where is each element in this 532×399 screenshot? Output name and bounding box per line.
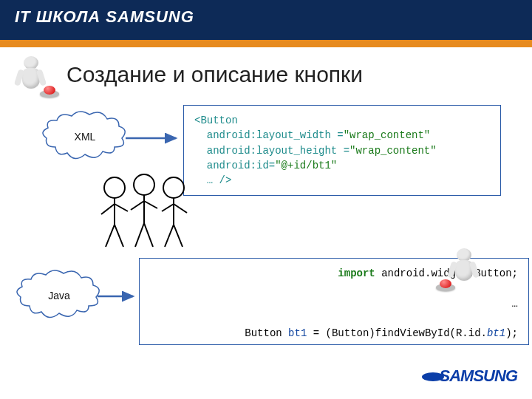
svg-point-3	[163, 177, 184, 198]
slide-title: Создание и описание кнопки	[66, 62, 363, 87]
svg-point-2	[134, 174, 154, 195]
svg-point-1	[104, 177, 125, 198]
xml-code-box: <Button android:layout_width ="wrap_cont…	[183, 105, 501, 196]
slide-body: Создание и описание кнопки XML <Button a…	[0, 40, 532, 392]
slide-header: IT ШКОЛА SAMSUNG	[0, 0, 532, 40]
mannequin-button-icon	[7, 52, 59, 103]
mannequin-button-icon	[440, 244, 492, 296]
kids-illustration	[92, 166, 196, 254]
cloud-java: Java	[15, 269, 103, 321]
arrow-icon	[96, 285, 140, 307]
header-brand: IT ШКОЛА SAMSUNG	[15, 7, 194, 27]
cloud-xml: XML	[41, 110, 129, 162]
arrow-icon	[124, 127, 183, 149]
samsung-logo: SAMSUNG	[422, 366, 517, 386]
cloud-xml-label: XML	[41, 131, 129, 143]
cloud-java-label: Java	[15, 290, 103, 301]
